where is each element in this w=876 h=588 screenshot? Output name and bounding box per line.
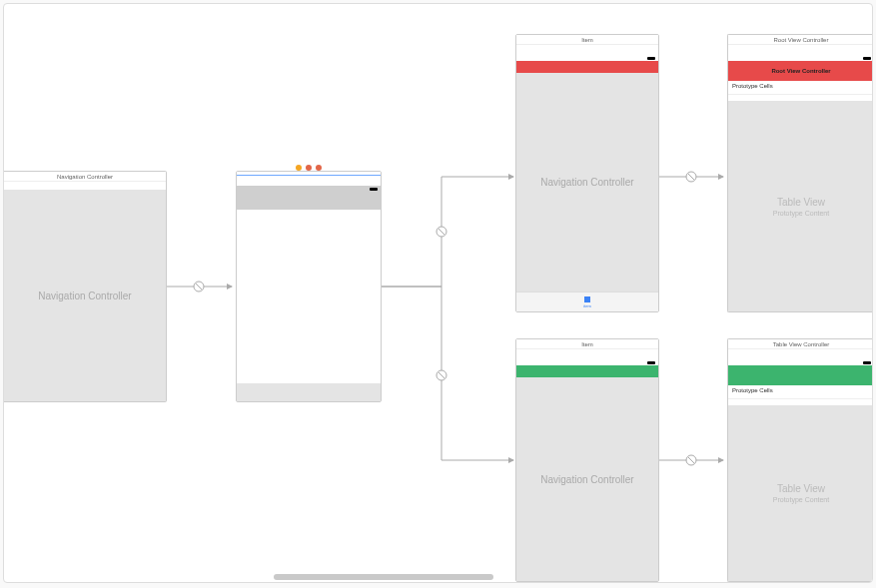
prototype-cells-header: Prototype Cells	[728, 385, 873, 399]
svg-line-4	[438, 229, 444, 235]
nav-placeholder-label: Navigation Controller	[540, 474, 633, 485]
table-view-label: Table View	[777, 197, 825, 208]
scene-title: Item	[516, 339, 658, 349]
navbar-red: Root View Controller	[728, 61, 873, 81]
battery-icon	[647, 57, 655, 60]
scene-nav-red[interactable]: Item Navigation Controller item	[515, 34, 659, 312]
table-view-label: Table View	[777, 483, 825, 494]
scene-nav-green[interactable]: Item Navigation Controller	[515, 338, 659, 582]
storyboard-canvas[interactable]: Navigation Controller Navigation Control…	[3, 3, 873, 583]
navbar-placeholder	[237, 186, 381, 210]
nav-placeholder-label: Navigation Controller	[38, 291, 131, 301]
scene-title: Navigation Controller	[4, 172, 166, 182]
svg-point-8	[686, 172, 696, 182]
svg-point-11	[686, 455, 696, 465]
exit-icon	[316, 165, 322, 171]
scene-title: Item	[516, 35, 658, 45]
table-view-sublabel: Prototype Content	[773, 496, 829, 503]
scene-title: Root View Controller	[728, 35, 873, 45]
svg-line-9	[688, 174, 694, 180]
tabbar-placeholder	[237, 383, 381, 401]
battery-icon	[647, 361, 655, 364]
svg-line-12	[688, 457, 694, 463]
svg-line-2	[196, 284, 202, 290]
svg-point-1	[194, 282, 204, 292]
tabbar: item	[516, 292, 658, 311]
battery-icon	[370, 188, 378, 191]
horizontal-scrollbar[interactable]	[274, 574, 493, 580]
nav-placeholder-label: Navigation Controller	[540, 177, 633, 188]
tab-item-label: item	[583, 303, 591, 308]
first-responder-icon	[306, 165, 312, 171]
svg-line-6	[438, 372, 444, 378]
scene-toolbar	[296, 165, 322, 171]
battery-icon	[863, 361, 871, 364]
table-view-sublabel: Prototype Content	[773, 210, 829, 217]
scene-root-red[interactable]: Root View Controller Root View Controlle…	[727, 34, 873, 312]
svg-point-3	[437, 227, 446, 237]
scene-table-green[interactable]: Table View Controller Prototype Cells Ta…	[727, 338, 873, 582]
scene-title: Table View Controller	[728, 339, 873, 349]
prototype-cells-header: Prototype Cells	[728, 81, 873, 95]
navbar-green	[728, 365, 873, 385]
scene-nav-root[interactable]: Navigation Controller Navigation Control…	[4, 171, 167, 402]
battery-icon	[863, 57, 871, 60]
tab-item-icon[interactable]	[584, 296, 590, 302]
scene-tabbar-vc[interactable]	[236, 171, 382, 402]
svg-point-5	[437, 370, 446, 380]
vc-body	[237, 210, 381, 381]
vc-icon	[296, 165, 302, 171]
navbar-title: Root View Controller	[771, 68, 830, 74]
